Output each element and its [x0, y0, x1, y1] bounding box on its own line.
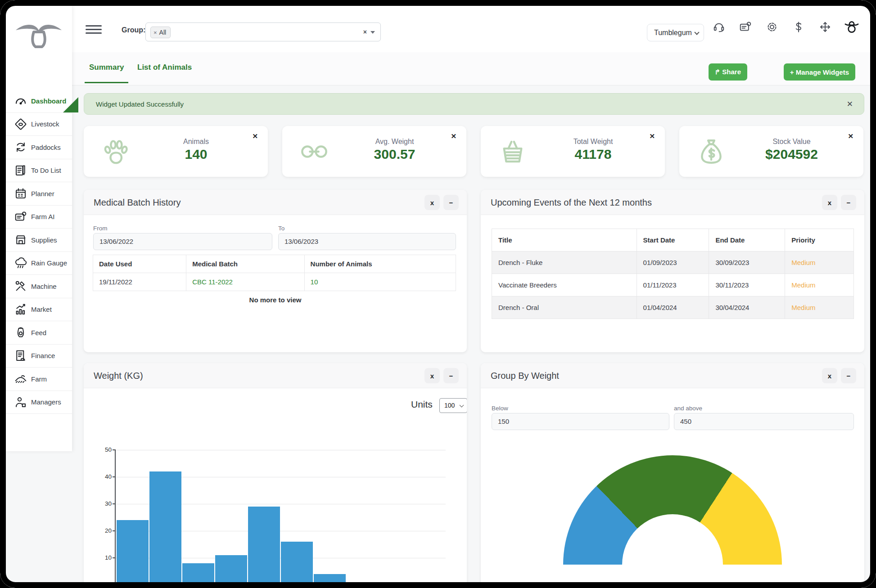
event-row[interactable]: Drench - Oral01/04/202430/04/2024Medium [492, 296, 854, 319]
alert-close-icon[interactable]: ✕ [847, 99, 853, 109]
column-header: Date Used [93, 255, 186, 273]
panel-close-button[interactable]: x [822, 368, 837, 383]
sidebar-item-farm-ai[interactable]: Farm AI [6, 206, 72, 229]
event-row[interactable]: Drench - Fluke01/09/202330/09/2023Medium [492, 251, 854, 274]
supplies-icon [14, 233, 27, 247]
machine-icon [14, 279, 27, 293]
sidebar-item-dashboard[interactable]: Dashboard [6, 90, 72, 113]
column-header: Priority [785, 229, 854, 251]
group-multiselect[interactable]: ×All × [145, 22, 381, 41]
managers-icon [14, 395, 27, 409]
app-window: Group: ×All × Tumblegum DashboardLivesto… [0, 0, 876, 588]
tab-list-of-animals[interactable]: List of Animals [137, 63, 192, 72]
hamburger-menu-icon[interactable] [86, 25, 102, 34]
group-tag-label: All [159, 29, 167, 36]
sidebar-item-livestock[interactable]: Livestock [6, 113, 72, 136]
sidebar-item-label: Rain Gauge [31, 259, 67, 267]
farmer-avatar-icon[interactable] [844, 19, 859, 35]
chevron-down-icon [694, 30, 699, 35]
panel-header: Medical Batch History x − [84, 190, 467, 215]
column-header: End Date [709, 229, 785, 251]
weight-bar [281, 542, 313, 585]
panel-close-button[interactable]: x [424, 195, 440, 210]
below-label: Below [492, 405, 508, 412]
card-close-icon[interactable]: ✕ [252, 132, 258, 140]
sidebar-item-label: To Do List [31, 166, 61, 174]
market-icon [14, 303, 27, 316]
sidebar-item-farm[interactable]: Farm [6, 368, 72, 391]
paddocks-icon [14, 140, 27, 154]
livestock-icon [14, 117, 27, 131]
event-priority-cell: Medium [785, 296, 854, 319]
move-arrows-icon[interactable] [817, 19, 833, 35]
panel-close-button[interactable]: x [424, 368, 440, 383]
sidebar-item-to-do-list[interactable]: To Do List [6, 159, 72, 183]
sidebar-item-feed[interactable]: Feed [6, 321, 72, 345]
weight-bar [248, 507, 280, 585]
manage-widgets-button[interactable]: + Manage Widgets [784, 63, 855, 81]
from-date-input[interactable]: 13/06/2022 [93, 233, 272, 250]
sidebar-item-machine[interactable]: Machine [6, 275, 72, 298]
sidebar-item-managers[interactable]: Managers [6, 391, 72, 414]
sidebar-item-label: Finance [31, 352, 55, 359]
card-close-icon[interactable]: ✕ [451, 132, 456, 140]
event-end-cell: 30/09/2023 [709, 251, 785, 274]
stat-value: 140 [142, 147, 250, 162]
sidebar-item-paddocks[interactable]: Paddocks [6, 136, 72, 159]
panel-collapse-button[interactable]: − [841, 368, 856, 383]
sidebar-item-planner[interactable]: Planner [6, 182, 72, 206]
units-select[interactable]: 100 [439, 398, 467, 413]
share-button[interactable]: ↱ Share [709, 63, 747, 81]
sidebar-item-label: Feed [31, 329, 46, 337]
column-header: Title [492, 229, 637, 251]
weight-bar [149, 471, 181, 585]
sidebar-item-label: Planner [31, 190, 54, 197]
panel-close-button[interactable]: x [822, 195, 837, 210]
panel-header: Upcoming Events of the Next 12 months x … [481, 190, 864, 215]
units-select-value: 100 [444, 402, 455, 409]
support-headset-icon[interactable] [711, 19, 727, 35]
sidebar-item-supplies[interactable]: Supplies [6, 229, 72, 252]
rain-gauge-icon [14, 256, 27, 270]
location-select[interactable]: Tumblegum [647, 24, 704, 41]
sidebar-item-label: Managers [31, 398, 61, 406]
sidebar-item-finance[interactable]: Finance [6, 345, 72, 368]
stat-value: 41178 [539, 147, 647, 162]
sidebar-item-market[interactable]: Market [6, 298, 72, 322]
panel-collapse-button[interactable]: − [443, 195, 459, 210]
below-input[interactable]: 150 [492, 413, 669, 430]
stat-value: $204592 [738, 147, 845, 162]
weight-panel: Weight (KG) x − Units 100 1020304050 [84, 363, 467, 587]
settings-gear-icon[interactable] [764, 19, 780, 35]
card-close-icon[interactable]: ✕ [649, 132, 655, 140]
table-row[interactable]: 19/11/2022CBC 11-202210 [93, 273, 456, 291]
group-tag-chip[interactable]: ×All [150, 27, 171, 38]
stat-label: Total Weight [539, 138, 647, 146]
sidebar-item-label: Farm [31, 375, 47, 383]
panel-title: Upcoming Events of the Next 12 months [491, 197, 652, 208]
farm-icon [14, 372, 27, 386]
planner-icon [14, 187, 27, 200]
sidebar-item-label: Paddocks [31, 144, 61, 151]
medical-batch-history-panel: Medical Batch History x − From 13/06/202… [84, 190, 467, 352]
stat-card-total-weight: ✕Total Weight41178 [481, 126, 665, 177]
panel-collapse-button[interactable]: − [841, 195, 856, 210]
event-start-cell: 01/09/2023 [637, 251, 709, 274]
sidebar-item-rain-gauge[interactable]: Rain Gauge [6, 252, 72, 275]
select-caret-icon[interactable] [370, 31, 375, 34]
dashboard-icon [14, 94, 27, 108]
chip-remove-icon[interactable]: × [154, 29, 157, 36]
select-clear-icon[interactable]: × [363, 28, 367, 36]
news-card-icon[interactable] [738, 19, 753, 35]
weight-bar [215, 555, 247, 585]
tab-summary[interactable]: Summary [89, 63, 124, 72]
dollar-icon[interactable] [791, 19, 806, 35]
above-input[interactable]: 450 [674, 413, 854, 430]
event-row[interactable]: Vaccinate Breeders01/11/202330/11/2023Me… [492, 274, 854, 296]
no-more-text: No more to view [84, 296, 467, 304]
to-date-input[interactable]: 13/06/2023 [278, 233, 456, 250]
panel-collapse-button[interactable]: − [443, 368, 459, 383]
event-start-cell: 01/11/2023 [637, 274, 709, 296]
card-close-icon[interactable]: ✕ [848, 132, 853, 140]
location-select-value: Tumblegum [654, 29, 692, 36]
